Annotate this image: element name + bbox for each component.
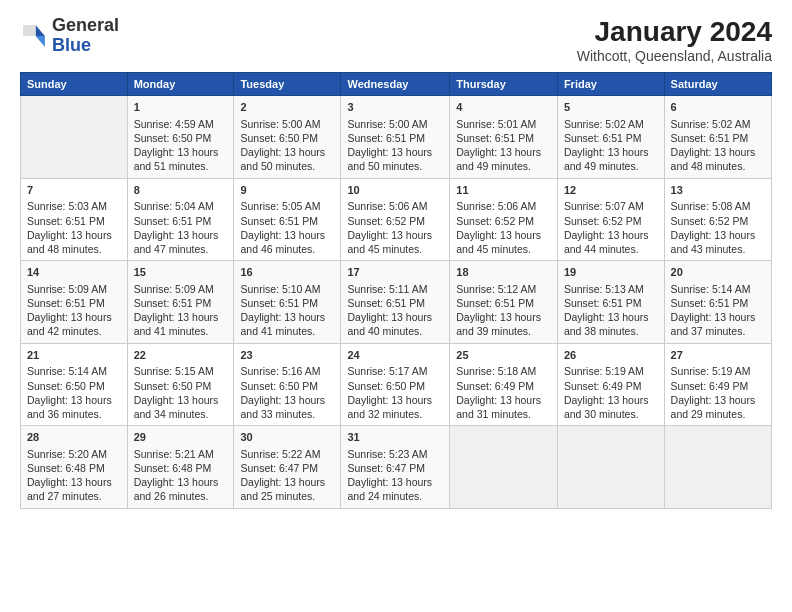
sunset-text: Sunset: 6:47 PM xyxy=(347,461,443,475)
day-number: 25 xyxy=(456,348,551,363)
calendar-cell: 15Sunrise: 5:09 AMSunset: 6:51 PMDayligh… xyxy=(127,261,234,344)
calendar-cell: 27Sunrise: 5:19 AMSunset: 6:49 PMDayligh… xyxy=(664,343,771,426)
sunrise-text: Sunrise: 5:22 AM xyxy=(240,447,334,461)
sunset-text: Sunset: 6:51 PM xyxy=(564,296,658,310)
sunrise-text: Sunrise: 5:00 AM xyxy=(240,117,334,131)
daylight-text: Daylight: 13 hours and 42 minutes. xyxy=(27,310,121,338)
header-saturday: Saturday xyxy=(664,73,771,96)
calendar-cell: 6Sunrise: 5:02 AMSunset: 6:51 PMDaylight… xyxy=(664,96,771,179)
day-number: 9 xyxy=(240,183,334,198)
sunset-text: Sunset: 6:51 PM xyxy=(240,296,334,310)
calendar-cell: 31Sunrise: 5:23 AMSunset: 6:47 PMDayligh… xyxy=(341,426,450,509)
header-friday: Friday xyxy=(557,73,664,96)
daylight-text: Daylight: 13 hours and 45 minutes. xyxy=(456,228,551,256)
day-number: 14 xyxy=(27,265,121,280)
sunrise-text: Sunrise: 5:15 AM xyxy=(134,364,228,378)
calendar-cell: 25Sunrise: 5:18 AMSunset: 6:49 PMDayligh… xyxy=(450,343,558,426)
day-number: 19 xyxy=(564,265,658,280)
day-number: 28 xyxy=(27,430,121,445)
header-sunday: Sunday xyxy=(21,73,128,96)
calendar-cell: 3Sunrise: 5:00 AMSunset: 6:51 PMDaylight… xyxy=(341,96,450,179)
sunset-text: Sunset: 6:52 PM xyxy=(347,214,443,228)
sunrise-text: Sunrise: 5:02 AM xyxy=(671,117,765,131)
page: General Blue January 2024 Withcott, Quee… xyxy=(0,0,792,519)
calendar-cell: 9Sunrise: 5:05 AMSunset: 6:51 PMDaylight… xyxy=(234,178,341,261)
header-monday: Monday xyxy=(127,73,234,96)
calendar-cell: 4Sunrise: 5:01 AMSunset: 6:51 PMDaylight… xyxy=(450,96,558,179)
calendar-title: January 2024 xyxy=(577,16,772,48)
daylight-text: Daylight: 13 hours and 29 minutes. xyxy=(671,393,765,421)
sunset-text: Sunset: 6:49 PM xyxy=(671,379,765,393)
day-number: 16 xyxy=(240,265,334,280)
day-number: 22 xyxy=(134,348,228,363)
day-number: 26 xyxy=(564,348,658,363)
sunset-text: Sunset: 6:51 PM xyxy=(671,131,765,145)
daylight-text: Daylight: 13 hours and 49 minutes. xyxy=(456,145,551,173)
sunrise-text: Sunrise: 5:11 AM xyxy=(347,282,443,296)
sunrise-text: Sunrise: 5:20 AM xyxy=(27,447,121,461)
week-row-1: 7Sunrise: 5:03 AMSunset: 6:51 PMDaylight… xyxy=(21,178,772,261)
header-wednesday: Wednesday xyxy=(341,73,450,96)
sunset-text: Sunset: 6:49 PM xyxy=(564,379,658,393)
calendar-cell: 7Sunrise: 5:03 AMSunset: 6:51 PMDaylight… xyxy=(21,178,128,261)
day-number: 5 xyxy=(564,100,658,115)
daylight-text: Daylight: 13 hours and 24 minutes. xyxy=(347,475,443,503)
svg-marker-2 xyxy=(23,25,35,36)
calendar-cell: 17Sunrise: 5:11 AMSunset: 6:51 PMDayligh… xyxy=(341,261,450,344)
daylight-text: Daylight: 13 hours and 40 minutes. xyxy=(347,310,443,338)
calendar-cell: 18Sunrise: 5:12 AMSunset: 6:51 PMDayligh… xyxy=(450,261,558,344)
sunrise-text: Sunrise: 5:17 AM xyxy=(347,364,443,378)
calendar-table: SundayMondayTuesdayWednesdayThursdayFrid… xyxy=(20,72,772,509)
sunset-text: Sunset: 6:51 PM xyxy=(456,131,551,145)
daylight-text: Daylight: 13 hours and 41 minutes. xyxy=(240,310,334,338)
logo-general-text: General xyxy=(52,15,119,35)
sunrise-text: Sunrise: 5:04 AM xyxy=(134,199,228,213)
sunset-text: Sunset: 6:52 PM xyxy=(671,214,765,228)
week-row-4: 28Sunrise: 5:20 AMSunset: 6:48 PMDayligh… xyxy=(21,426,772,509)
calendar-cell xyxy=(21,96,128,179)
calendar-cell: 2Sunrise: 5:00 AMSunset: 6:50 PMDaylight… xyxy=(234,96,341,179)
day-number: 29 xyxy=(134,430,228,445)
day-number: 13 xyxy=(671,183,765,198)
sunset-text: Sunset: 6:51 PM xyxy=(27,214,121,228)
calendar-cell: 23Sunrise: 5:16 AMSunset: 6:50 PMDayligh… xyxy=(234,343,341,426)
calendar-subtitle: Withcott, Queensland, Australia xyxy=(577,48,772,64)
daylight-text: Daylight: 13 hours and 26 minutes. xyxy=(134,475,228,503)
day-number: 3 xyxy=(347,100,443,115)
daylight-text: Daylight: 13 hours and 39 minutes. xyxy=(456,310,551,338)
sunset-text: Sunset: 6:51 PM xyxy=(134,214,228,228)
sunrise-text: Sunrise: 5:18 AM xyxy=(456,364,551,378)
sunset-text: Sunset: 6:50 PM xyxy=(347,379,443,393)
sunset-text: Sunset: 6:48 PM xyxy=(134,461,228,475)
sunrise-text: Sunrise: 5:21 AM xyxy=(134,447,228,461)
calendar-cell: 24Sunrise: 5:17 AMSunset: 6:50 PMDayligh… xyxy=(341,343,450,426)
daylight-text: Daylight: 13 hours and 36 minutes. xyxy=(27,393,121,421)
day-number: 4 xyxy=(456,100,551,115)
sunrise-text: Sunrise: 5:02 AM xyxy=(564,117,658,131)
day-number: 15 xyxy=(134,265,228,280)
day-number: 24 xyxy=(347,348,443,363)
sunset-text: Sunset: 6:52 PM xyxy=(564,214,658,228)
header-row: General Blue January 2024 Withcott, Quee… xyxy=(20,16,772,64)
sunrise-text: Sunrise: 5:06 AM xyxy=(347,199,443,213)
calendar-cell: 21Sunrise: 5:14 AMSunset: 6:50 PMDayligh… xyxy=(21,343,128,426)
daylight-text: Daylight: 13 hours and 48 minutes. xyxy=(671,145,765,173)
title-block: January 2024 Withcott, Queensland, Austr… xyxy=(577,16,772,64)
sunrise-text: Sunrise: 5:06 AM xyxy=(456,199,551,213)
sunrise-text: Sunrise: 5:14 AM xyxy=(27,364,121,378)
sunrise-text: Sunrise: 4:59 AM xyxy=(134,117,228,131)
sunrise-text: Sunrise: 5:05 AM xyxy=(240,199,334,213)
sunset-text: Sunset: 6:51 PM xyxy=(347,131,443,145)
day-number: 12 xyxy=(564,183,658,198)
day-number: 1 xyxy=(134,100,228,115)
day-number: 18 xyxy=(456,265,551,280)
sunset-text: Sunset: 6:50 PM xyxy=(134,379,228,393)
calendar-body: 1Sunrise: 4:59 AMSunset: 6:50 PMDaylight… xyxy=(21,96,772,509)
daylight-text: Daylight: 13 hours and 46 minutes. xyxy=(240,228,334,256)
sunset-text: Sunset: 6:50 PM xyxy=(240,379,334,393)
sunset-text: Sunset: 6:50 PM xyxy=(240,131,334,145)
sunrise-text: Sunrise: 5:23 AM xyxy=(347,447,443,461)
sunset-text: Sunset: 6:51 PM xyxy=(347,296,443,310)
daylight-text: Daylight: 13 hours and 48 minutes. xyxy=(27,228,121,256)
sunset-text: Sunset: 6:47 PM xyxy=(240,461,334,475)
